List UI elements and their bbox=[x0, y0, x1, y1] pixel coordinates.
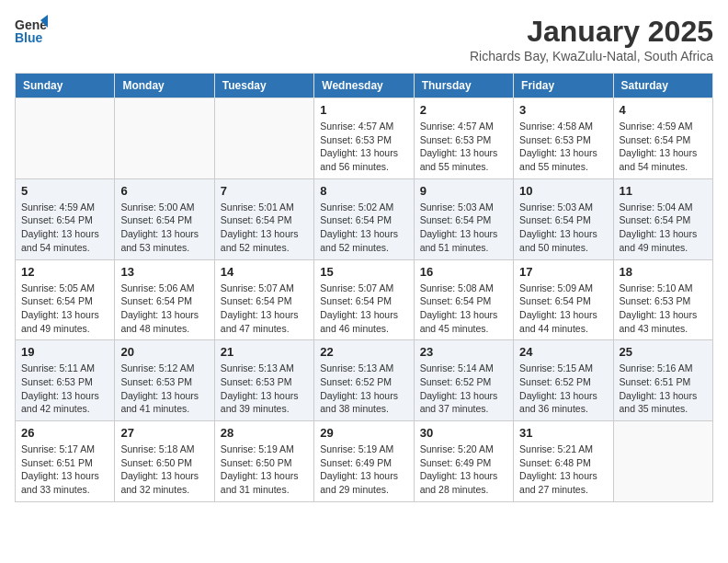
day-number: 13 bbox=[120, 265, 208, 279]
day-info: Sunrise: 4:59 AM Sunset: 6:54 PM Dayligh… bbox=[620, 120, 707, 174]
day-number: 26 bbox=[21, 426, 108, 440]
header-saturday: Saturday bbox=[613, 74, 712, 98]
day-number: 7 bbox=[221, 184, 308, 198]
day-number: 28 bbox=[221, 426, 308, 440]
day-info: Sunrise: 4:57 AM Sunset: 6:53 PM Dayligh… bbox=[420, 120, 507, 174]
calendar-cell: 20Sunrise: 5:12 AM Sunset: 6:53 PM Dayli… bbox=[115, 340, 214, 421]
header-tuesday: Tuesday bbox=[214, 74, 313, 98]
day-number: 2 bbox=[420, 103, 507, 117]
calendar-table: SundayMondayTuesdayWednesdayThursdayFrid… bbox=[15, 73, 713, 502]
month-title: January 2025 bbox=[470, 15, 713, 49]
calendar-cell: 5Sunrise: 4:59 AM Sunset: 6:54 PM Daylig… bbox=[16, 178, 115, 259]
day-number: 22 bbox=[320, 345, 407, 359]
calendar-cell: 11Sunrise: 5:04 AM Sunset: 6:54 PM Dayli… bbox=[613, 178, 712, 259]
day-number: 21 bbox=[221, 345, 308, 359]
calendar-cell: 29Sunrise: 5:19 AM Sunset: 6:49 PM Dayli… bbox=[314, 421, 414, 502]
day-number: 18 bbox=[620, 265, 707, 279]
calendar-cell: 27Sunrise: 5:18 AM Sunset: 6:50 PM Dayli… bbox=[115, 421, 214, 502]
calendar-cell: 21Sunrise: 5:13 AM Sunset: 6:53 PM Dayli… bbox=[214, 340, 313, 421]
day-number: 9 bbox=[420, 184, 507, 198]
header-wednesday: Wednesday bbox=[314, 74, 414, 98]
day-number: 17 bbox=[519, 265, 607, 279]
calendar-cell: 10Sunrise: 5:03 AM Sunset: 6:54 PM Dayli… bbox=[514, 178, 613, 259]
day-info: Sunrise: 5:16 AM Sunset: 6:51 PM Dayligh… bbox=[620, 362, 707, 416]
day-info: Sunrise: 5:07 AM Sunset: 6:54 PM Dayligh… bbox=[221, 282, 308, 336]
calendar-cell: 17Sunrise: 5:09 AM Sunset: 6:54 PM Dayli… bbox=[514, 259, 613, 340]
day-info: Sunrise: 5:21 AM Sunset: 6:48 PM Dayligh… bbox=[519, 442, 607, 497]
location: Richards Bay, KwaZulu-Natal, South Afric… bbox=[470, 49, 713, 63]
day-info: Sunrise: 5:07 AM Sunset: 6:54 PM Dayligh… bbox=[320, 282, 407, 336]
calendar-cell: 15Sunrise: 5:07 AM Sunset: 6:54 PM Dayli… bbox=[314, 259, 414, 340]
day-info: Sunrise: 5:05 AM Sunset: 6:54 PM Dayligh… bbox=[21, 282, 108, 336]
calendar-cell bbox=[214, 98, 313, 179]
day-info: Sunrise: 5:04 AM Sunset: 6:54 PM Dayligh… bbox=[620, 201, 707, 255]
day-info: Sunrise: 5:06 AM Sunset: 6:54 PM Dayligh… bbox=[120, 282, 208, 336]
day-info: Sunrise: 4:57 AM Sunset: 6:53 PM Dayligh… bbox=[320, 120, 407, 174]
header-friday: Friday bbox=[514, 74, 613, 98]
day-number: 6 bbox=[120, 184, 208, 198]
day-number: 3 bbox=[519, 103, 607, 117]
day-number: 29 bbox=[320, 426, 407, 440]
calendar-cell bbox=[613, 421, 712, 502]
calendar-cell: 24Sunrise: 5:15 AM Sunset: 6:52 PM Dayli… bbox=[514, 340, 613, 421]
calendar-cell: 19Sunrise: 5:11 AM Sunset: 6:53 PM Dayli… bbox=[16, 340, 115, 421]
calendar-cell: 13Sunrise: 5:06 AM Sunset: 6:54 PM Dayli… bbox=[115, 259, 214, 340]
calendar-cell: 25Sunrise: 5:16 AM Sunset: 6:51 PM Dayli… bbox=[613, 340, 712, 421]
day-info: Sunrise: 5:14 AM Sunset: 6:52 PM Dayligh… bbox=[420, 362, 507, 416]
calendar-cell: 6Sunrise: 5:00 AM Sunset: 6:54 PM Daylig… bbox=[115, 178, 214, 259]
svg-text:Blue: Blue bbox=[15, 30, 43, 45]
day-info: Sunrise: 5:09 AM Sunset: 6:54 PM Dayligh… bbox=[519, 282, 607, 336]
day-number: 25 bbox=[620, 345, 707, 359]
day-info: Sunrise: 5:15 AM Sunset: 6:52 PM Dayligh… bbox=[519, 362, 607, 416]
day-number: 1 bbox=[320, 103, 407, 117]
calendar-cell: 23Sunrise: 5:14 AM Sunset: 6:52 PM Dayli… bbox=[414, 340, 513, 421]
header-thursday: Thursday bbox=[414, 74, 513, 98]
calendar-cell: 14Sunrise: 5:07 AM Sunset: 6:54 PM Dayli… bbox=[214, 259, 313, 340]
calendar-cell: 1Sunrise: 4:57 AM Sunset: 6:53 PM Daylig… bbox=[314, 98, 414, 179]
calendar-cell: 2Sunrise: 4:57 AM Sunset: 6:53 PM Daylig… bbox=[414, 98, 513, 179]
day-info: Sunrise: 5:17 AM Sunset: 6:51 PM Dayligh… bbox=[21, 442, 108, 497]
day-number: 19 bbox=[21, 345, 108, 359]
day-number: 5 bbox=[21, 184, 108, 198]
day-number: 20 bbox=[120, 345, 208, 359]
calendar-cell: 30Sunrise: 5:20 AM Sunset: 6:49 PM Dayli… bbox=[414, 421, 513, 502]
day-number: 12 bbox=[21, 265, 108, 279]
day-info: Sunrise: 5:11 AM Sunset: 6:53 PM Dayligh… bbox=[21, 362, 108, 416]
day-info: Sunrise: 5:10 AM Sunset: 6:53 PM Dayligh… bbox=[620, 282, 707, 336]
calendar-cell: 18Sunrise: 5:10 AM Sunset: 6:53 PM Dayli… bbox=[613, 259, 712, 340]
day-number: 23 bbox=[420, 345, 507, 359]
calendar-cell bbox=[115, 98, 214, 179]
calendar-cell: 7Sunrise: 5:01 AM Sunset: 6:54 PM Daylig… bbox=[214, 178, 313, 259]
day-number: 4 bbox=[620, 103, 707, 117]
calendar-cell: 22Sunrise: 5:13 AM Sunset: 6:52 PM Dayli… bbox=[314, 340, 414, 421]
day-info: Sunrise: 5:13 AM Sunset: 6:53 PM Dayligh… bbox=[221, 362, 308, 416]
day-number: 30 bbox=[420, 426, 507, 440]
day-info: Sunrise: 4:58 AM Sunset: 6:53 PM Dayligh… bbox=[519, 120, 607, 174]
calendar-header: SundayMondayTuesdayWednesdayThursdayFrid… bbox=[16, 74, 713, 98]
calendar-cell: 4Sunrise: 4:59 AM Sunset: 6:54 PM Daylig… bbox=[613, 98, 712, 179]
day-info: Sunrise: 5:13 AM Sunset: 6:52 PM Dayligh… bbox=[320, 362, 407, 416]
page-header: General Blue January 2025 Richards Bay, … bbox=[15, 15, 713, 63]
day-number: 16 bbox=[420, 265, 507, 279]
day-info: Sunrise: 5:18 AM Sunset: 6:50 PM Dayligh… bbox=[120, 442, 208, 497]
day-info: Sunrise: 4:59 AM Sunset: 6:54 PM Dayligh… bbox=[21, 201, 108, 255]
calendar-cell: 31Sunrise: 5:21 AM Sunset: 6:48 PM Dayli… bbox=[514, 421, 613, 502]
day-number: 14 bbox=[221, 265, 308, 279]
day-number: 10 bbox=[519, 184, 607, 198]
calendar-cell: 3Sunrise: 4:58 AM Sunset: 6:53 PM Daylig… bbox=[514, 98, 613, 179]
day-number: 27 bbox=[120, 426, 208, 440]
logo: General Blue bbox=[15, 15, 48, 48]
day-info: Sunrise: 5:20 AM Sunset: 6:49 PM Dayligh… bbox=[420, 442, 507, 497]
calendar-cell: 12Sunrise: 5:05 AM Sunset: 6:54 PM Dayli… bbox=[16, 259, 115, 340]
calendar-cell: 9Sunrise: 5:03 AM Sunset: 6:54 PM Daylig… bbox=[414, 178, 513, 259]
day-info: Sunrise: 5:19 AM Sunset: 6:50 PM Dayligh… bbox=[221, 442, 308, 497]
day-info: Sunrise: 5:12 AM Sunset: 6:53 PM Dayligh… bbox=[120, 362, 208, 416]
day-number: 8 bbox=[320, 184, 407, 198]
day-info: Sunrise: 5:03 AM Sunset: 6:54 PM Dayligh… bbox=[519, 201, 607, 255]
header-sunday: Sunday bbox=[16, 74, 115, 98]
calendar-cell: 26Sunrise: 5:17 AM Sunset: 6:51 PM Dayli… bbox=[16, 421, 115, 502]
header-monday: Monday bbox=[115, 74, 214, 98]
day-number: 24 bbox=[519, 345, 607, 359]
calendar-cell: 8Sunrise: 5:02 AM Sunset: 6:54 PM Daylig… bbox=[314, 178, 414, 259]
day-number: 11 bbox=[620, 184, 707, 198]
